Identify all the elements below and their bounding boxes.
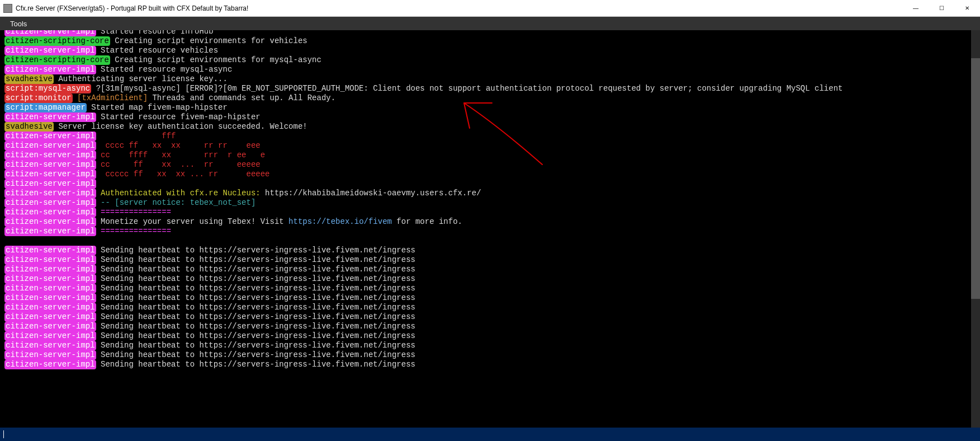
- ascii-art: cccc ff xx xx rr rr eee: [96, 141, 261, 150]
- log-text: Authenticating server license key...: [54, 74, 228, 83]
- log-text: Monetize your server using Tebex! Visit: [96, 217, 288, 226]
- log-text: Started resource fivem-map-hipster: [96, 112, 261, 121]
- tag-citizen-server-impl: citizen-server-impl: [4, 189, 96, 198]
- log-text: Sending heartbeat to https://servers-ing…: [96, 274, 415, 283]
- menubar: Tools: [0, 17, 980, 30]
- menu-tools[interactable]: Tools: [6, 18, 31, 29]
- log-text: Sending heartbeat to https://servers-ing…: [96, 293, 415, 302]
- tag-citizen-server-impl: citizen-server-impl: [4, 65, 96, 74]
- log-text: ?[31m[mysql-async] [ERROR]?[0m ER_NOT_SU…: [91, 84, 842, 93]
- log-text: Sending heartbeat to https://servers-ing…: [96, 322, 415, 331]
- log-text: [txAdminClient]: [73, 93, 148, 102]
- console-output: citizen-server-impl Started resource Inf…: [0, 30, 980, 428]
- tag-citizen-server-impl: citizen-server-impl: [4, 141, 96, 151]
- tag-svadhesive: svadhesive: [4, 122, 54, 132]
- log-text: ===============: [96, 227, 171, 236]
- tag-citizen-server-impl: citizen-server-impl: [4, 160, 96, 170]
- log-text: Sending heartbeat to https://servers-ing…: [96, 312, 415, 321]
- app-icon: [3, 4, 12, 13]
- log-text: Started map fivem-map-hipster: [87, 103, 228, 112]
- log-text: ===============: [96, 208, 171, 217]
- tag-citizen-server-impl: citizen-server-impl: [4, 198, 96, 208]
- tag-citizen-server-impl: citizen-server-impl: [4, 30, 96, 36]
- log-text: Sending heartbeat to https://servers-ing…: [96, 360, 415, 369]
- tag-citizen-scripting-core: citizen-scripting-core: [4, 36, 110, 46]
- window-title: Cfx.re Server (FXServer/gta5) - Portugal…: [16, 4, 248, 12]
- tag-citizen-server-impl: citizen-server-impl: [4, 217, 96, 227]
- scrollbar-thumb[interactable]: [971, 58, 980, 299]
- tag-citizen-server-impl: citizen-server-impl: [4, 341, 96, 350]
- tag-citizen-server-impl: citizen-server-impl: [4, 46, 96, 55]
- tag-citizen-server-impl: citizen-server-impl: [4, 255, 96, 265]
- close-button[interactable]: ✕: [954, 0, 980, 16]
- log-text: Sending heartbeat to https://servers-ing…: [96, 284, 415, 293]
- command-input[interactable]: [4, 430, 977, 439]
- maximize-button[interactable]: ☐: [929, 0, 954, 16]
- tag-citizen-server-impl: citizen-server-impl: [4, 331, 96, 341]
- tag-citizen-server-impl: citizen-server-impl: [4, 293, 96, 303]
- log-text: Started resource InfoHub: [96, 30, 214, 36]
- tag-citizen-server-impl: citizen-server-impl: [4, 360, 96, 369]
- tag-script-mapmanager: script:mapmanager: [4, 103, 87, 112]
- tag-script-mysql-async: script:mysql-async: [4, 84, 91, 93]
- tag-citizen-server-impl: citizen-server-impl: [4, 350, 96, 360]
- log-text: Creating script environments for vehicle…: [110, 36, 307, 45]
- log-text: Sending heartbeat to https://servers-ing…: [96, 265, 415, 274]
- ascii-art: cc ffff xx rrr r ee e: [96, 151, 265, 159]
- tag-citizen-server-impl: citizen-server-impl: [4, 246, 96, 255]
- log-text: Sending heartbeat to https://servers-ing…: [96, 303, 415, 312]
- log-text: for more info.: [392, 217, 462, 226]
- ascii-art: ccccc ff xx xx ... rr eeeee: [96, 170, 270, 179]
- log-text: https://khabibalmeidowski-oaevmy.users.c…: [261, 189, 481, 198]
- log-link: https://tebex.io/fivem: [288, 217, 392, 226]
- log-text: Sending heartbeat to https://servers-ing…: [96, 341, 415, 350]
- tag-citizen-server-impl: citizen-server-impl: [4, 265, 96, 274]
- tag-script-monitor: script:monitor: [4, 93, 73, 103]
- log-text: Sending heartbeat to https://servers-ing…: [96, 331, 415, 340]
- tag-citizen-server-impl: citizen-server-impl: [4, 303, 96, 312]
- titlebar-left: Cfx.re Server (FXServer/gta5) - Portugal…: [0, 4, 248, 13]
- log-text: Started resource mysql-async: [96, 65, 233, 74]
- scrollbar-track[interactable]: [971, 30, 980, 428]
- tag-citizen-server-impl: citizen-server-impl: [4, 151, 96, 160]
- log-text: Threads and commands set up. All Ready.: [148, 93, 335, 102]
- log-text: Server license key authentication succee…: [54, 122, 307, 131]
- ascii-art: cc ff xx ... rr eeeee: [96, 160, 261, 169]
- log-text: Sending heartbeat to https://servers-ing…: [96, 246, 415, 255]
- tag-citizen-scripting-core: citizen-scripting-core: [4, 55, 110, 65]
- log-text: Sending heartbeat to https://servers-ing…: [96, 350, 415, 359]
- log-text: Authenticated with cfx.re Nucleus:: [96, 189, 261, 198]
- tag-citizen-server-impl: citizen-server-impl: [4, 312, 96, 322]
- tag-citizen-server-impl: citizen-server-impl: [4, 322, 96, 331]
- ascii-art: fff: [96, 132, 176, 140]
- tag-citizen-server-impl: citizen-server-impl: [4, 284, 96, 293]
- tag-citizen-server-impl: citizen-server-impl: [4, 170, 96, 179]
- tag-citizen-server-impl: citizen-server-impl: [4, 208, 96, 217]
- log-text: -- [server notice: tebex_not_set]: [96, 198, 256, 207]
- log-text: Creating script environments for mysql-a…: [110, 55, 321, 64]
- tag-citizen-server-impl: citizen-server-impl: [4, 179, 96, 189]
- titlebar: Cfx.re Server (FXServer/gta5) - Portugal…: [0, 0, 980, 17]
- command-input-bar[interactable]: [0, 428, 980, 441]
- tag-citizen-server-impl: citizen-server-impl: [4, 227, 96, 236]
- minimize-button[interactable]: —: [903, 0, 929, 16]
- log-text: Started resource vehicles: [96, 46, 218, 55]
- tag-citizen-server-impl: citizen-server-impl: [4, 274, 96, 284]
- log-text: Sending heartbeat to https://servers-ing…: [96, 255, 415, 264]
- tag-svadhesive: svadhesive: [4, 74, 54, 84]
- window-controls: — ☐ ✕: [903, 0, 980, 16]
- tag-citizen-server-impl: citizen-server-impl: [4, 112, 96, 122]
- tag-citizen-server-impl: citizen-server-impl: [4, 132, 96, 141]
